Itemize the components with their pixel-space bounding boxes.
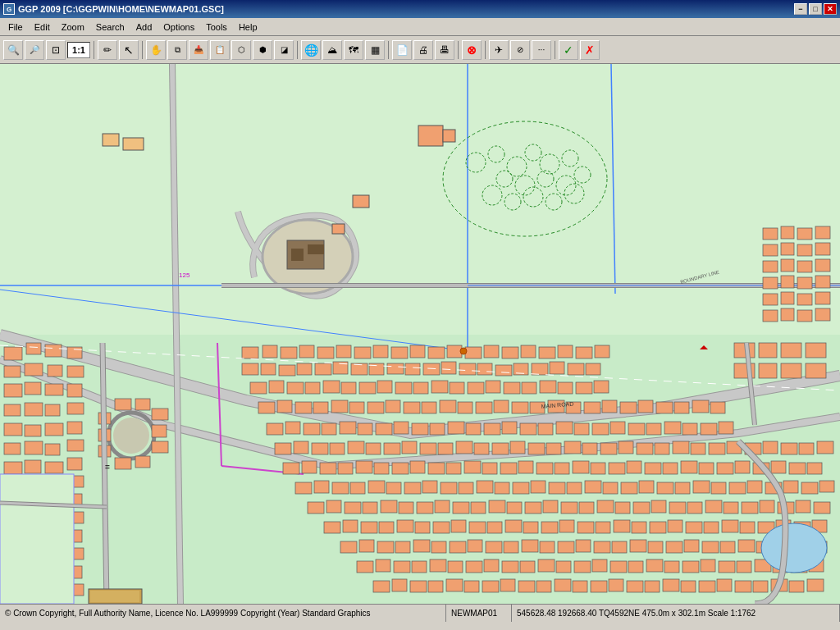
svg-rect-92 <box>336 345 351 358</box>
minimize-button[interactable]: − <box>794 3 807 15</box>
svg-rect-437 <box>609 579 623 591</box>
menu-edit[interactable]: Edit <box>30 21 55 34</box>
svg-rect-121 <box>797 277 812 289</box>
svg-rect-377 <box>450 541 466 553</box>
svg-rect-113 <box>797 244 812 256</box>
map-canvas[interactable]: 125 MAIN ROAD BOUNDARY LINE = <box>0 64 840 604</box>
svg-rect-257 <box>338 463 353 474</box>
svg-rect-363 <box>686 522 702 533</box>
svg-rect-286 <box>332 482 349 494</box>
svg-rect-447 <box>789 581 804 592</box>
x-button[interactable]: ✗ <box>580 40 600 60</box>
printer-button[interactable]: 🖶 <box>435 40 454 60</box>
plane-button[interactable]: ✈ <box>489 40 509 60</box>
svg-rect-125 <box>797 294 812 305</box>
import-button[interactable]: 📥 <box>189 40 208 60</box>
svg-rect-338 <box>742 502 758 514</box>
title-bar-controls[interactable]: − □ ✕ <box>794 3 837 15</box>
svg-rect-436 <box>591 581 607 592</box>
svg-rect-162 <box>450 382 464 394</box>
svg-rect-440 <box>663 579 679 591</box>
svg-rect-269 <box>555 463 569 474</box>
svg-rect-252 <box>799 443 814 454</box>
tool-a[interactable]: ⬡ <box>231 40 251 60</box>
svg-rect-90 <box>299 345 314 358</box>
title-bar: G GGP 2009 [C:\GGPWIN\HOME\NEWMAP01.GSC]… <box>0 0 840 18</box>
grid-button[interactable]: ▦ <box>365 40 385 60</box>
svg-rect-157 <box>359 382 376 394</box>
svg-rect-192 <box>638 400 653 413</box>
svg-rect-80 <box>152 425 167 437</box>
svg-rect-376 <box>431 541 446 553</box>
svg-rect-111 <box>763 244 778 256</box>
svg-rect-129 <box>797 310 812 322</box>
toolbar-separator-2 <box>142 41 143 59</box>
globe-button[interactable]: 🌐 <box>301 40 321 60</box>
svg-rect-78 <box>135 399 150 410</box>
menu-file[interactable]: File <box>3 21 28 34</box>
svg-rect-131 <box>242 363 258 375</box>
menu-options[interactable]: Options <box>158 21 199 34</box>
svg-rect-320 <box>417 502 433 514</box>
print-button[interactable]: 🖨 <box>413 40 433 60</box>
svg-rect-120 <box>781 276 794 288</box>
zoom-window-button[interactable]: ⊡ <box>46 40 66 60</box>
svg-rect-77 <box>115 399 131 410</box>
svg-rect-309 <box>747 481 762 493</box>
svg-rect-36 <box>4 443 21 454</box>
svg-rect-297 <box>531 481 546 493</box>
menu-tools[interactable]: Tools <box>201 21 232 34</box>
svg-rect-379 <box>486 541 502 553</box>
svg-rect-430 <box>482 581 499 592</box>
menu-help[interactable]: Help <box>234 21 262 34</box>
close-button[interactable]: ✕ <box>824 3 837 15</box>
zoom-in-button[interactable]: 🔍 <box>3 40 23 60</box>
svg-rect-387 <box>630 540 646 552</box>
svg-rect-321 <box>435 500 450 513</box>
svg-rect-159 <box>395 382 412 394</box>
svg-rect-237 <box>528 443 545 454</box>
check-button[interactable]: ✓ <box>559 40 578 60</box>
svg-rect-407 <box>520 561 535 573</box>
svg-rect-170 <box>594 381 609 393</box>
menu-zoom[interactable]: Zoom <box>57 21 89 34</box>
svg-rect-154 <box>305 382 320 394</box>
maximize-button[interactable]: □ <box>809 3 822 15</box>
svg-rect-30 <box>4 404 21 416</box>
terrain-button[interactable]: ⛰ <box>322 40 342 60</box>
cancel-button[interactable]: ⊘ <box>510 40 530 60</box>
tool-c[interactable]: ◪ <box>274 40 294 60</box>
pointer-button[interactable]: ↖ <box>119 40 139 60</box>
paste-button[interactable]: 📋 <box>210 40 230 60</box>
stop-button[interactable]: ⊗ <box>462 40 482 60</box>
svg-rect-273 <box>627 461 641 473</box>
svg-rect-293 <box>459 482 473 494</box>
map-button[interactable]: 🗺 <box>344 40 363 60</box>
zoom-out-button[interactable]: 🔎 <box>25 40 44 60</box>
dots-button[interactable]: ··· <box>532 40 551 60</box>
svg-rect-441 <box>681 581 696 592</box>
pencil-button[interactable]: ✏ <box>98 40 117 60</box>
menu-search[interactable]: Search <box>91 21 130 34</box>
svg-rect-278 <box>717 463 733 474</box>
menu-add[interactable]: Add <box>131 21 158 34</box>
svg-rect-253 <box>817 441 833 454</box>
svg-rect-382 <box>540 541 555 553</box>
svg-rect-5 <box>308 244 324 254</box>
svg-rect-307 <box>711 482 726 494</box>
copy-button[interactable]: ⧉ <box>167 40 187 60</box>
svg-rect-218 <box>646 423 661 435</box>
svg-rect-156 <box>341 382 356 394</box>
doc-button[interactable]: 📄 <box>392 40 412 60</box>
svg-rect-117 <box>797 261 812 272</box>
tool-b[interactable]: ⬢ <box>253 40 272 60</box>
svg-rect-451 <box>781 343 801 358</box>
svg-rect-6 <box>103 134 119 146</box>
svg-rect-215 <box>592 423 609 435</box>
svg-rect-79 <box>152 409 168 420</box>
hand-button[interactable]: ✋ <box>146 40 166 60</box>
svg-rect-413 <box>628 561 643 573</box>
coordinates-text: 545628.48 192668.40 TQ4592NE 475.0m x 30… <box>517 609 756 618</box>
svg-rect-88 <box>262 345 277 358</box>
svg-rect-180 <box>422 402 436 413</box>
